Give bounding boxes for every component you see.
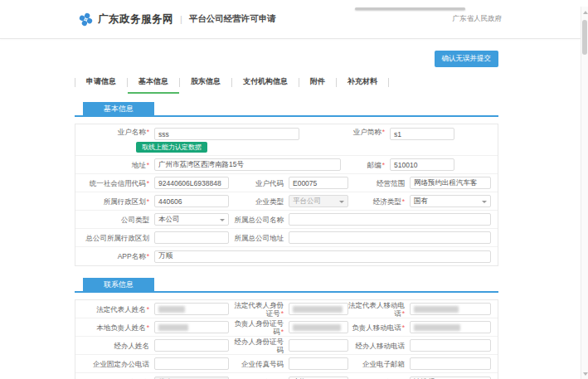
- redacted-value: [293, 324, 341, 331]
- submit-row: 确认无误并提交: [75, 51, 498, 67]
- required-asterisk: *: [402, 309, 405, 318]
- required-asterisk: *: [147, 252, 149, 260]
- agent-name-input[interactable]: [154, 339, 229, 352]
- tab-supplementary[interactable]: 补充材料: [337, 75, 388, 94]
- postal-code-input[interactable]: [390, 158, 454, 171]
- confirm-submit-button[interactable]: 确认无误并提交: [435, 51, 499, 67]
- agent-mobile-label: 经办人移动电话: [348, 342, 410, 350]
- scroll-down-icon[interactable]: [583, 372, 588, 376]
- legal-rep-name-input[interactable]: [154, 303, 229, 315]
- owner-name-input[interactable]: [154, 128, 299, 140]
- tab-basic-info[interactable]: 基本信息: [128, 75, 179, 94]
- required-asterisk: *: [147, 323, 149, 332]
- district-city-select: 佛山: [154, 377, 229, 379]
- enterprise-type-select: 平台公司: [289, 195, 348, 207]
- address-input[interactable]: [154, 158, 341, 171]
- legal-rep-id-label: 法定代表人身份证号*: [229, 301, 289, 318]
- contact-info-form: 法定代表人姓名* 法定代表人身份证号* 法定代表人移动电话* 本地负责人姓名* …: [75, 299, 498, 379]
- fax-label: 企业传真号码: [229, 360, 289, 368]
- agent-name-label: 经办人姓名: [75, 342, 154, 350]
- form-row: 法定代表人姓名* 法定代表人身份证号* 法定代表人移动电话*: [75, 300, 498, 318]
- local-manager-name-input[interactable]: [154, 321, 229, 333]
- agent-mobile-input[interactable]: [410, 339, 491, 352]
- redacted-value: [414, 306, 459, 313]
- tab-divider: [388, 78, 389, 87]
- legal-rep-mobile-input[interactable]: [410, 303, 491, 315]
- business-scope-label: 经营范围: [348, 179, 410, 187]
- district-town-select[interactable]: 请选择: [410, 377, 491, 379]
- agent-id-label: 经办人身份证号码: [229, 338, 289, 354]
- postal-code-label: 邮编*: [341, 161, 390, 169]
- enterprise-type-label: 企业类型: [229, 197, 289, 206]
- economic-type-select[interactable]: 国有: [410, 195, 491, 207]
- scroll-up-icon[interactable]: [583, 11, 588, 14]
- form-row: 本地负责人姓名* 负责人身份证号码* 负责人移动电话*: [75, 318, 498, 337]
- header-divider: |: [180, 14, 182, 24]
- legal-rep-mobile-label: 法定代表人移动电话*: [348, 301, 410, 318]
- required-asterisk: *: [281, 328, 284, 336]
- owner-name-label: 业户名称*: [75, 128, 154, 136]
- company-type-label: 公司类型: [75, 216, 154, 224]
- email-label: 企业电子邮箱: [348, 360, 410, 368]
- form-row: 企业固定办公电话 企业传真号码 企业电子邮箱: [75, 355, 498, 373]
- head-company-division-input[interactable]: [154, 231, 229, 244]
- required-asterisk: *: [147, 197, 149, 206]
- form-row: 公司类型 本公司 所属总公司名称: [75, 211, 498, 229]
- owner-alias-input[interactable]: [390, 128, 454, 140]
- required-asterisk: *: [147, 179, 149, 187]
- admin-division-input[interactable]: [154, 195, 229, 207]
- basic-info-section-title: 基本信息: [83, 102, 154, 115]
- tab-application-info[interactable]: 申请信息: [75, 75, 127, 94]
- form-row: 业户名称* 取线上能力认定数据 业户简称*: [75, 124, 498, 156]
- required-asterisk: *: [147, 305, 149, 313]
- tab-shareholder-info[interactable]: 股东信息: [180, 75, 231, 94]
- redacted-value: [293, 306, 343, 313]
- redacted-value: [414, 324, 460, 331]
- required-asterisk: *: [281, 309, 284, 318]
- scrollbar-thumb[interactable]: [582, 20, 587, 55]
- head-company-address-input[interactable]: [289, 231, 491, 244]
- company-type-select[interactable]: 本公司: [154, 213, 229, 226]
- owner-name-cell: 取线上能力认定数据: [154, 128, 299, 155]
- redacted-value: [158, 324, 188, 331]
- local-manager-name-label: 本地负责人姓名*: [75, 323, 154, 332]
- office-phone-input[interactable]: [154, 357, 229, 370]
- tab-payment-org-info[interactable]: 支付机构信息: [232, 75, 299, 94]
- form-row: 辖区市 佛山 辖区县 南海 辖区镇 请选择: [75, 373, 498, 379]
- site-name: 广东政务服务网: [98, 12, 173, 27]
- head-company-name-input[interactable]: [289, 213, 491, 226]
- email-input[interactable]: [410, 357, 491, 370]
- form-row: 总公司所属行政区划 所属总公司地址: [75, 229, 498, 247]
- credit-code-input[interactable]: [154, 177, 229, 189]
- page-title: 平台公司经营许可申请: [189, 13, 276, 25]
- owner-code-input[interactable]: [289, 177, 348, 189]
- required-asterisk: *: [402, 323, 405, 332]
- form-row: 所属行政区划* 企业类型 平台公司 经济类型* 国有: [75, 192, 498, 211]
- overlay-edge-line: [355, 7, 465, 10]
- manager-id-label: 负责人身份证号码*: [229, 319, 289, 336]
- form-row: 地址* 邮编*: [75, 156, 498, 174]
- legal-rep-id-input[interactable]: [289, 303, 348, 315]
- manager-mobile-input[interactable]: [410, 321, 491, 333]
- head-company-address-label: 所属总公司地址: [229, 234, 289, 242]
- basic-info-form: 业户名称* 取线上能力认定数据 业户简称* 地址* 邮编* 统一社会信用代码* …: [75, 124, 498, 266]
- form-row: 经办人姓名 经办人身份证号码 经办人移动电话: [75, 337, 498, 355]
- basic-info-section-header: 基本信息: [75, 100, 498, 117]
- required-asterisk: *: [147, 128, 149, 136]
- page-header: 广东政务服务网 | 平台公司经营许可申请 广东省人民政府: [0, 0, 588, 39]
- district-county-select[interactable]: 南海: [289, 377, 348, 379]
- fax-input[interactable]: [289, 357, 348, 370]
- vertical-scrollbar[interactable]: [581, 7, 588, 379]
- business-scope-input[interactable]: [410, 177, 491, 189]
- tab-attachments[interactable]: 附件: [299, 75, 336, 94]
- office-phone-label: 企业固定办公电话: [75, 360, 154, 368]
- agent-id-input[interactable]: [289, 339, 348, 352]
- manager-id-input[interactable]: [289, 321, 348, 333]
- gov-portal-link[interactable]: 广东省人民政府: [453, 14, 503, 24]
- admin-division-label: 所属行政区划*: [75, 197, 154, 206]
- app-name-input[interactable]: [154, 250, 491, 263]
- app-name-label: APP名称*: [75, 252, 154, 260]
- contact-info-section-title: 联系信息: [83, 278, 154, 291]
- chevron-down-icon: [339, 201, 344, 203]
- fetch-online-capability-button[interactable]: 取线上能力认定数据: [136, 142, 207, 153]
